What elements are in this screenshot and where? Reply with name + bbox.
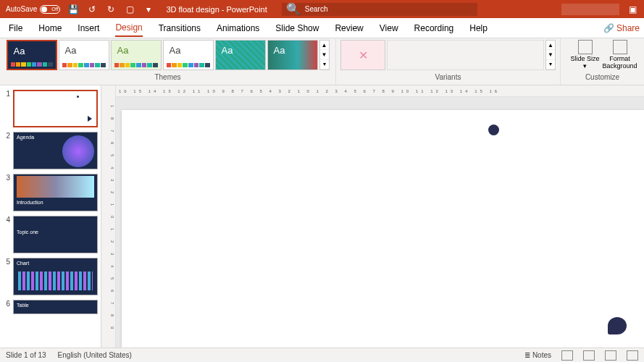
variants-label: Variants: [435, 73, 461, 81]
theme-gallery-scroll[interactable]: ▲▼▾: [319, 40, 330, 70]
ribbon-content: Aa Aa Aa Aa Aa Aa ▲▼▾ Themes ✕ ▲▼▾ Varia…: [0, 38, 644, 85]
gallery-more-icon[interactable]: ▾: [546, 60, 555, 70]
qat-more-icon[interactable]: ▾: [143, 4, 154, 15]
tab-home[interactable]: Home: [38, 20, 62, 36]
statusbar: Slide 1 of 13 English (United States) ≣ …: [0, 348, 644, 362]
thumbnail-3[interactable]: Introduction: [13, 174, 98, 211]
redo-icon[interactable]: ↻: [105, 4, 117, 15]
scroll-down-icon[interactable]: ▼: [320, 50, 329, 59]
scroll-up-icon[interactable]: ▲: [546, 41, 555, 50]
thumb-num: 5: [3, 258, 10, 295]
status-language[interactable]: English (United States): [58, 351, 132, 359]
slide-canvas[interactable]: [122, 110, 644, 348]
horizontal-ruler: 16 15 14 13 12 11 10 9 8 7 6 5 4 3 2 1 0…: [116, 85, 644, 97]
autosave-toggle[interactable]: AutoSave Off: [6, 5, 60, 14]
slide-size-icon: [578, 40, 593, 54]
thumbnail-5[interactable]: Chart: [13, 258, 98, 295]
thumb-num: 4: [3, 216, 10, 253]
tab-slideshow[interactable]: Slide Show: [275, 20, 319, 36]
theme-card-4[interactable]: Aa: [163, 40, 214, 70]
gallery-more-icon[interactable]: ▾: [320, 60, 329, 70]
autosave-switch[interactable]: Off: [40, 5, 60, 14]
slideshow-view-icon[interactable]: [627, 350, 638, 361]
document-title: 3D float design - PowerPoint: [166, 5, 267, 14]
vertical-ruler: 1 8 7 6 5 4 3 2 1 0 1 2 3 4 5 6 7 8 9: [101, 85, 116, 348]
theme-swatch: [62, 63, 106, 67]
thumb-num: 3: [3, 174, 10, 211]
format-bg-icon: [613, 40, 627, 54]
sorter-view-icon[interactable]: [583, 350, 595, 361]
workspace: 1 2Agenda 3Introduction 4Topic one 5Char…: [0, 85, 644, 348]
themes-group: Aa Aa Aa Aa Aa Aa ▲▼▾ Themes: [0, 38, 335, 85]
tab-view[interactable]: View: [380, 20, 398, 36]
themes-label: Themes: [154, 73, 180, 81]
tab-insert[interactable]: Insert: [78, 20, 99, 36]
titlebar-right: ▣: [561, 4, 638, 15]
scroll-down-icon[interactable]: ▼: [546, 50, 555, 59]
theme-card-6[interactable]: Aa: [267, 40, 318, 70]
thumbnail-2[interactable]: Agenda: [13, 132, 98, 169]
shape-blob[interactable]: [608, 317, 627, 334]
tab-animations[interactable]: Animations: [217, 20, 259, 36]
ribbon-tabs: File Home Insert Design Transitions Anim…: [0, 18, 644, 38]
shape-circle[interactable]: [488, 125, 499, 135]
scroll-up-icon[interactable]: ▲: [320, 41, 329, 50]
slide-viewport[interactable]: [116, 97, 644, 348]
variants-group: ✕ ▲▼▾ Variants: [335, 38, 560, 85]
notes-button[interactable]: ≣ Notes: [524, 351, 551, 359]
variant-gallery-scroll[interactable]: ▲▼▾: [545, 40, 556, 70]
theme-gallery: Aa Aa Aa Aa Aa Aa ▲▼▾: [7, 40, 330, 70]
thumbnail-4[interactable]: Topic one: [13, 216, 98, 253]
format-background-button[interactable]: Format Background: [604, 40, 636, 70]
present-icon[interactable]: ▢: [124, 4, 135, 15]
normal-view-icon[interactable]: [561, 350, 573, 361]
thumb-num: 6: [3, 300, 10, 314]
theme-swatch: [167, 63, 210, 67]
search-icon: 🔍: [286, 2, 301, 16]
variant-card-1[interactable]: ✕: [340, 40, 385, 70]
search-box[interactable]: 🔍: [282, 3, 477, 16]
theme-card-3[interactable]: Aa: [111, 40, 162, 70]
theme-card-5[interactable]: Aa: [215, 40, 266, 70]
tab-review[interactable]: Review: [335, 20, 363, 36]
ribbon-display-icon[interactable]: ▣: [627, 4, 638, 15]
autosave-label: AutoSave: [6, 5, 37, 13]
theme-card-1[interactable]: Aa: [7, 40, 57, 70]
thumb-num: 2: [3, 132, 10, 169]
theme-swatch: [114, 63, 158, 67]
tab-transitions[interactable]: Transitions: [159, 20, 201, 36]
account-area[interactable]: [561, 4, 619, 15]
share-button[interactable]: 🔗 Share: [603, 23, 640, 33]
theme-swatch: [11, 62, 53, 67]
customize-group: Slide Size▾ Format Background Customize: [560, 38, 644, 85]
variant-gallery: ✕ ▲▼▾: [340, 40, 556, 70]
search-input[interactable]: [305, 5, 473, 13]
variant-spacer: [387, 40, 544, 70]
canvas-area: 16 15 14 13 12 11 10 9 8 7 6 5 4 3 2 1 0…: [116, 85, 644, 348]
thumbnail-6[interactable]: Table: [13, 300, 98, 314]
reading-view-icon[interactable]: [605, 350, 616, 361]
status-slide: Slide 1 of 13: [6, 351, 46, 359]
thumbnail-1[interactable]: [13, 90, 98, 127]
tab-help[interactable]: Help: [469, 20, 488, 36]
slide-size-button[interactable]: Slide Size▾: [569, 40, 601, 70]
thumb-num: 1: [3, 90, 10, 127]
customize-label: Customize: [585, 73, 619, 81]
slide-thumbnails-panel[interactable]: 1 2Agenda 3Introduction 4Topic one 5Char…: [0, 85, 101, 348]
tab-design[interactable]: Design: [115, 20, 142, 37]
titlebar: AutoSave Off 💾 ↺ ↻ ▢ ▾ 3D float design -…: [0, 0, 644, 18]
theme-card-2[interactable]: Aa: [59, 40, 109, 70]
save-icon[interactable]: 💾: [67, 4, 79, 15]
tab-file[interactable]: File: [9, 20, 22, 36]
undo-icon[interactable]: ↺: [86, 4, 98, 15]
tab-recording[interactable]: Recording: [414, 20, 454, 36]
